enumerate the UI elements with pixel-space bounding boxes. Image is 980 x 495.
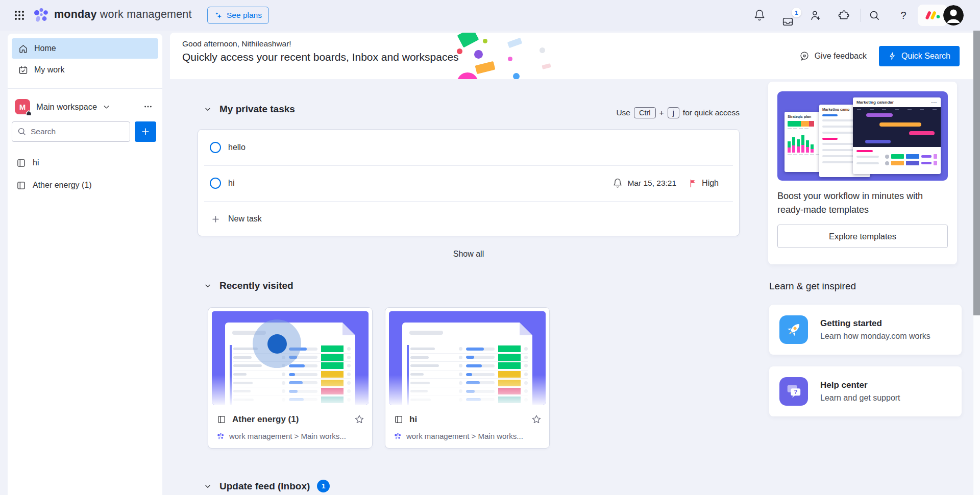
learn-card-subtitle: Learn how monday.com works — [820, 332, 930, 341]
quick-search-button[interactable]: Quick Search — [879, 46, 960, 66]
recent-board-card-ather-energy[interactable]: Ather energy (1) work management > Main … — [208, 307, 373, 449]
task-name[interactable]: hello — [228, 143, 246, 152]
quick-access-shortcut-hint: Use Ctrl + j for quick access — [616, 107, 740, 118]
sidebar-item-my-work[interactable]: My work — [12, 60, 158, 80]
board-breadcrumb: work management > Main works... — [216, 432, 365, 440]
left-sidebar: Home My work M Main workspace — [8, 34, 162, 495]
search-icon[interactable] — [865, 6, 884, 24]
inbox-count-badge: 1 — [792, 8, 801, 17]
home-icon — [18, 43, 29, 54]
apps-marketplace-puzzle-icon[interactable] — [835, 6, 853, 24]
calendar-event-orange — [879, 122, 921, 127]
templates-promo-card: Strategic plan Marketing camp — [768, 82, 957, 264]
promo-window-header: Marketing calendar ••• — [853, 97, 941, 107]
promo-window-title: Marketing calendar — [856, 100, 894, 105]
templates-promo-description: Boost your workflow in minutes with read… — [777, 189, 941, 217]
board-name: hi — [33, 158, 39, 167]
sidebar-board-hi[interactable]: hi — [12, 152, 158, 174]
board-card-title: hi — [409, 414, 525, 425]
collapse-chevron-icon[interactable] — [202, 280, 213, 291]
board-breadcrumb: work management > Main works... — [394, 432, 542, 440]
breadcrumb-text: work management > Main works... — [229, 432, 346, 440]
mini-table-label — [856, 150, 873, 152]
workspace-options-icon[interactable] — [141, 100, 155, 114]
mini-axis — [788, 128, 822, 129]
mini-calendar — [853, 107, 941, 147]
user-avatar[interactable] — [943, 5, 964, 26]
see-plans-label: See plans — [227, 11, 262, 20]
sidebar-home-label: Home — [34, 44, 56, 53]
monday-flower-logo-icon[interactable] — [32, 6, 50, 24]
task-name[interactable]: hi — [228, 179, 234, 188]
cursor-dot — [267, 334, 287, 354]
confetti-olive-dot — [483, 39, 487, 43]
notifications-bell-icon[interactable] — [750, 6, 769, 24]
task-row-hi[interactable]: hi Mar 15, 23:21 High — [198, 165, 739, 201]
new-task-label[interactable]: New task — [228, 214, 262, 224]
help-center-card[interactable]: ? Help center Learn and get support — [769, 366, 962, 416]
page-scrollbar-track[interactable] — [973, 31, 980, 495]
mini-stacked-bar — [788, 121, 817, 127]
monday-home-screen: monday work management See plans 1 ? — [0, 0, 980, 495]
workspace-selector[interactable]: M Main workspace — [15, 97, 155, 116]
confetti-green-rect — [457, 33, 479, 47]
mini-bar-chart — [788, 133, 822, 153]
task-due-date: Mar 15, 23:21 — [627, 179, 676, 188]
private-tasks-header: My private tasks — [202, 104, 295, 115]
workspace-avatar: M — [15, 99, 30, 114]
update-feed-count-badge: 1 — [317, 480, 330, 492]
plus-icon — [210, 213, 221, 225]
product-title-bold: monday — [54, 8, 97, 20]
help-chat-icon: ? — [779, 377, 808, 406]
rocket-icon — [779, 315, 808, 344]
task-row-hello[interactable]: hello — [198, 130, 739, 165]
getting-started-card[interactable]: Getting started Learn how monday.com wor… — [769, 305, 962, 355]
invite-members-icon[interactable] — [806, 6, 825, 24]
board-preview-image — [389, 311, 546, 405]
new-task-row[interactable]: New task — [198, 201, 739, 237]
task-meta: Mar 15, 23:21 High — [612, 178, 719, 188]
collapse-chevron-icon[interactable] — [202, 104, 213, 115]
folded-corner-cut — [342, 323, 355, 335]
card-title-row: Ather energy (1) — [216, 412, 365, 427]
private-tasks-title: My private tasks — [219, 104, 295, 115]
learn-card-text: Help center Learn and get support — [820, 380, 900, 403]
private-tasks-card: hello hi Mar 15, 23:21 High New task — [198, 129, 740, 236]
workspace-initial: M — [19, 103, 26, 111]
greeting-subtitle: Quickly access your recent boards, Inbox… — [182, 51, 459, 63]
board-preview-image — [212, 311, 369, 405]
recently-visited-header: Recently visited — [202, 280, 293, 291]
promo-window-marketing-calendar: Marketing calendar ••• — [853, 97, 941, 174]
apps-grid-icon[interactable] — [10, 6, 29, 24]
page-scrollbar-thumb[interactable] — [973, 31, 980, 315]
task-checkbox-circle[interactable] — [210, 142, 221, 153]
learn-section-title: Learn & get inspired — [769, 281, 856, 292]
help-question-glyph: ? — [900, 10, 906, 21]
calendar-event-pink — [909, 131, 935, 135]
lightning-icon — [888, 52, 897, 60]
recent-board-card-hi[interactable]: hi work management > Main works... — [385, 307, 550, 449]
give-feedback-button[interactable]: Give feedback — [799, 51, 867, 62]
collapse-chevron-icon[interactable] — [202, 481, 213, 492]
greeting-block: Good afternoon, Nithileashwar! Quickly a… — [182, 39, 459, 63]
favorite-star-icon[interactable] — [354, 414, 365, 425]
sidebar-item-home[interactable]: Home — [12, 38, 158, 59]
templates-promo-image: Strategic plan Marketing camp — [777, 91, 948, 181]
board-card-title: Ather energy (1) — [232, 414, 348, 425]
sidebar-search-input[interactable] — [12, 121, 130, 142]
help-icon[interactable]: ? — [894, 6, 913, 24]
preview-fade — [212, 375, 369, 405]
mini-group-label — [822, 114, 838, 116]
inbox-icon[interactable]: 1 — [778, 12, 797, 31]
see-plans-button[interactable]: See plans — [207, 7, 269, 24]
explore-templates-button[interactable]: Explore templates — [777, 225, 948, 248]
show-all-link[interactable]: Show all — [198, 250, 740, 259]
add-board-button[interactable] — [135, 121, 156, 142]
learn-card-title: Getting started — [820, 318, 930, 329]
sidebar-board-ather-energy[interactable]: Ather energy (1) — [12, 175, 158, 196]
task-checkbox-circle[interactable] — [210, 178, 221, 189]
learn-card-subtitle: Learn and get support — [820, 393, 900, 403]
collaborator-cursor-indicator — [253, 319, 301, 368]
sparkle-icon — [214, 11, 223, 20]
favorite-star-icon[interactable] — [531, 414, 542, 425]
